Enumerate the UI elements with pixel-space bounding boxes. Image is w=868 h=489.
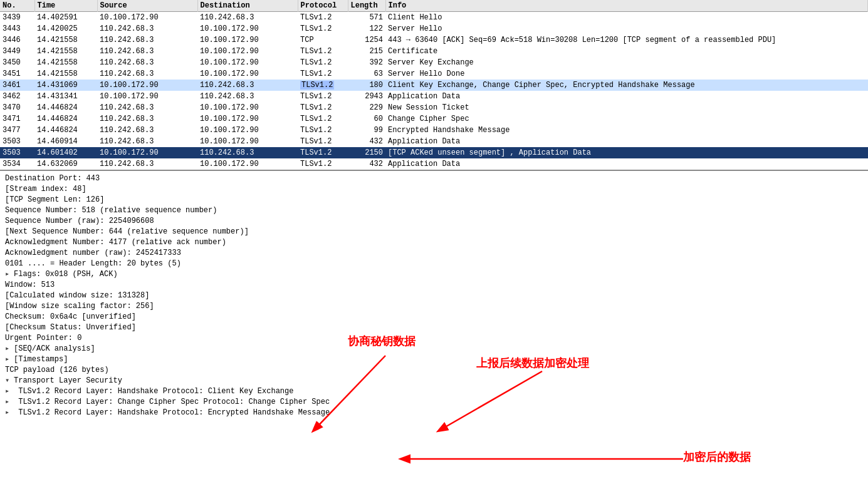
col-header-info: Info [385, 0, 868, 12]
annotation-label-3: 加密后的数据 [683, 450, 751, 465]
cell-protocol: TLSv1.2 [298, 80, 348, 91]
table-row[interactable]: 350314.60140210.100.172.90110.242.68.3TL… [0, 147, 868, 158]
cell-source: 110.242.68.3 [97, 46, 197, 57]
cell-protocol: TLSv1.2 [298, 12, 348, 23]
cell-info: Client Hello [385, 12, 868, 23]
cell-destination: 10.100.172.90 [197, 68, 298, 80]
table-header-row: No. Time Source Destination Protocol Len… [0, 0, 868, 12]
cell-protocol: TLSv1.2 [298, 147, 348, 158]
detail-line[interactable]: ▸ TLSv1.2 Record Layer: Handshake Protoc… [5, 408, 863, 418]
table-row[interactable]: 346214.43134110.100.172.90110.242.68.3TL… [0, 91, 868, 102]
detail-line[interactable]: ▾ Transport Layer Security [5, 376, 863, 386]
detail-line: Urgent Pointer: 0 [5, 333, 863, 344]
detail-line: [Stream index: 48] [5, 184, 863, 195]
cell-length: 63 [348, 68, 385, 80]
table-row[interactable]: 346114.43106910.100.172.90110.242.68.3TL… [0, 80, 868, 91]
detail-line: Acknowledgment number (raw): 2452417333 [5, 248, 863, 259]
expand-arrow-icon: ▸ [5, 344, 14, 354]
table-row[interactable]: 345014.421558110.242.68.310.100.172.90TL… [0, 57, 868, 68]
detail-line: [Checksum Status: Unverified] [5, 322, 863, 333]
cell-time: 14.601402 [34, 147, 97, 158]
table-row[interactable]: 344314.420025110.242.68.310.100.172.90TL… [0, 23, 868, 34]
cell-source: 110.242.68.3 [97, 102, 197, 113]
detail-text: [Window size scaling factor: 256] [5, 302, 154, 311]
detail-line[interactable]: ▸ [SEQ/ACK analysis] [5, 344, 863, 354]
detail-line: Destination Port: 443 [5, 173, 863, 184]
cell-no: 3451 [0, 68, 34, 80]
col-header-source: Source [97, 0, 197, 12]
cell-time: 14.446824 [34, 125, 97, 136]
cell-no: 3462 [0, 91, 34, 102]
cell-info: New Session Ticket [385, 102, 868, 113]
col-header-protocol: Protocol [298, 0, 348, 12]
cell-protocol: TLSv1.2 [298, 57, 348, 68]
detail-text: TLSv1.2 Record Layer: Handshake Protocol… [14, 408, 330, 417]
detail-lines: Destination Port: 443 [Stream index: 48]… [5, 173, 863, 418]
cell-protocol: TLSv1.2 [298, 136, 348, 147]
detail-text: Sequence Number: 518 (relative sequence … [5, 206, 217, 215]
cell-info: Client Key Exchange, Change Cipher Spec,… [385, 80, 868, 91]
cell-time: 14.421558 [34, 34, 97, 46]
cell-info: Application Data [385, 136, 868, 147]
cell-info: Certificate [385, 46, 868, 57]
cell-source: 110.242.68.3 [97, 158, 197, 170]
cell-destination: 10.100.172.90 [197, 57, 298, 68]
detail-text: [Calculated window size: 131328] [5, 291, 149, 300]
table-row[interactable]: 350314.460914110.242.68.310.100.172.90TL… [0, 136, 868, 147]
cell-destination: 10.100.172.90 [197, 102, 298, 113]
cell-source: 110.242.68.3 [97, 125, 197, 136]
cell-info: Application Data [385, 91, 868, 102]
detail-text: Urgent Pointer: 0 [5, 334, 81, 342]
cell-time: 14.431341 [34, 91, 97, 102]
cell-source: 110.242.68.3 [97, 68, 197, 80]
detail-line: [Window size scaling factor: 256] [5, 301, 863, 312]
detail-text: TCP payload (126 bytes) [5, 366, 109, 374]
detail-line[interactable]: ▸ TLSv1.2 Record Layer: Change Cipher Sp… [5, 397, 863, 408]
detail-line[interactable]: ▸ [Timestamps] [5, 354, 863, 365]
detail-panel[interactable]: Destination Port: 443 [Stream index: 48]… [0, 171, 868, 471]
table-row[interactable]: 347114.446824110.242.68.310.100.172.90TL… [0, 113, 868, 125]
col-header-destination: Destination [197, 0, 298, 12]
detail-line: Acknowledgment Number: 4177 (relative ac… [5, 237, 863, 248]
cell-destination: 110.242.68.3 [197, 147, 298, 158]
detail-line[interactable]: ▸ TLSv1.2 Record Layer: Handshake Protoc… [5, 386, 863, 397]
cell-time: 14.402591 [34, 12, 97, 23]
cell-source: 110.242.68.3 [97, 113, 197, 125]
cell-destination: 110.242.68.3 [197, 91, 298, 102]
table-row[interactable]: 353414.632069110.242.68.310.100.172.90TL… [0, 158, 868, 170]
cell-time: 14.421558 [34, 46, 97, 57]
cell-length: 571 [348, 12, 385, 23]
table-row[interactable]: 345114.421558110.242.68.310.100.172.90TL… [0, 68, 868, 80]
table-row[interactable]: 343914.40259110.100.172.90110.242.68.3TL… [0, 12, 868, 23]
table-row[interactable]: 344914.421558110.242.68.310.100.172.90TL… [0, 46, 868, 57]
cell-info: Server Hello Done [385, 68, 868, 80]
cell-time: 14.421558 [34, 68, 97, 80]
detail-text: [SEQ/ACK analysis] [14, 344, 95, 353]
table-row[interactable]: 347714.446824110.242.68.310.100.172.90TL… [0, 125, 868, 136]
cell-source: 110.242.68.3 [97, 136, 197, 147]
detail-text: Window: 513 [5, 281, 55, 289]
cell-info: Change Cipher Spec [385, 113, 868, 125]
cell-destination: 110.242.68.3 [197, 12, 298, 23]
cell-destination: 10.100.172.90 [197, 136, 298, 147]
packet-list: No. Time Source Destination Protocol Len… [0, 0, 868, 171]
cell-protocol: TLSv1.2 [298, 125, 348, 136]
cell-time: 14.446824 [34, 102, 97, 113]
table-row[interactable]: 344614.421558110.242.68.310.100.172.90TC… [0, 34, 868, 46]
cell-destination: 10.100.172.90 [197, 113, 298, 125]
cell-destination: 10.100.172.90 [197, 125, 298, 136]
cell-info: Server Key Exchange [385, 57, 868, 68]
table-row[interactable]: 347014.446824110.242.68.310.100.172.90TL… [0, 102, 868, 113]
detail-line: [TCP Segment Len: 126] [5, 195, 863, 205]
cell-source: 10.100.172.90 [97, 147, 197, 158]
cell-time: 14.446824 [34, 113, 97, 125]
detail-line[interactable]: ▸ Flags: 0x018 (PSH, ACK) [5, 269, 863, 280]
expand-arrow-icon: ▸ [5, 408, 14, 418]
cell-source: 110.242.68.3 [97, 34, 197, 46]
cell-length: 432 [348, 136, 385, 147]
cell-protocol: TLSv1.2 [298, 113, 348, 125]
cell-destination: 10.100.172.90 [197, 34, 298, 46]
cell-time: 14.632069 [34, 158, 97, 170]
cell-destination: 10.100.172.90 [197, 46, 298, 57]
detail-text: [Checksum Status: Unverified] [5, 323, 136, 332]
